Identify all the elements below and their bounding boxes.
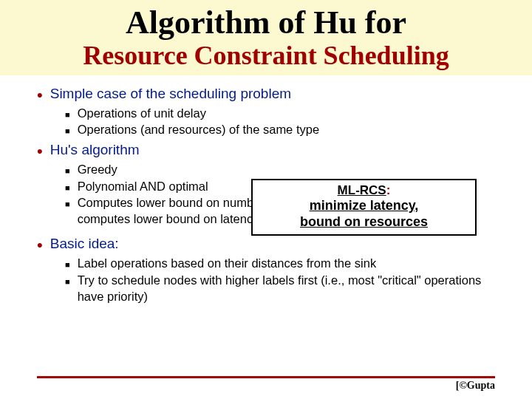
heading-text: Hu's algorithm	[50, 142, 510, 158]
footer-rule	[37, 376, 495, 378]
square-bullet-icon: ■	[65, 126, 70, 137]
heading-text: Simple case of the scheduling problem	[50, 86, 510, 102]
callout-colon: :	[386, 183, 391, 197]
item-text: Operations (and resources) of the same t…	[78, 121, 510, 137]
callout-line2: bound on resources	[257, 214, 471, 231]
square-bullet-icon: ■	[65, 276, 70, 287]
section-heading: • Hu's algorithm	[37, 142, 510, 160]
callout-header: ML-RCS:	[257, 183, 471, 198]
callout-line1: minimize latency,	[257, 198, 471, 214]
square-bullet-icon: ■	[65, 166, 70, 177]
square-bullet-icon: ■	[65, 199, 70, 210]
list-item: ■ Greedy	[65, 161, 510, 177]
heading-text: Basic idea:	[50, 236, 510, 252]
item-text: Operations of unit delay	[78, 105, 510, 121]
bullet-icon: •	[37, 237, 43, 253]
section-heading: • Basic idea:	[37, 236, 510, 253]
callout-label: ML-RCS	[338, 183, 386, 197]
list-item: ■ Operations (and resources) of the same…	[65, 121, 510, 137]
square-bullet-icon: ■	[65, 259, 70, 270]
item-text: Try to schedule nodes with higher labels…	[78, 272, 510, 305]
bullet-icon: •	[37, 143, 43, 160]
list-item: ■ Try to schedule nodes with higher labe…	[65, 272, 510, 305]
title-line1: Algorithm of Hu for	[15, 6, 517, 40]
title-line2: Resource Constraint Scheduling	[15, 41, 517, 71]
square-bullet-icon: ■	[65, 109, 70, 120]
credit-text: [©Gupta	[456, 380, 495, 392]
section-items: ■ Label operations based on their distan…	[65, 255, 510, 304]
list-item: ■ Label operations based on their distan…	[65, 255, 510, 271]
list-item: ■ Operations of unit delay	[65, 105, 510, 121]
callout-box: ML-RCS: minimize latency, bound on resou…	[251, 179, 477, 236]
title-band: Algorithm of Hu for Resource Constraint …	[0, 0, 532, 75]
bullet-icon: •	[37, 87, 43, 103]
square-bullet-icon: ■	[65, 183, 70, 194]
section-items: ■ Operations of unit delay ■ Operations …	[65, 105, 510, 138]
item-text: Label operations based on their distance…	[78, 255, 510, 271]
section-heading: • Simple case of the scheduling problem	[37, 86, 510, 103]
item-text: Greedy	[78, 161, 510, 177]
